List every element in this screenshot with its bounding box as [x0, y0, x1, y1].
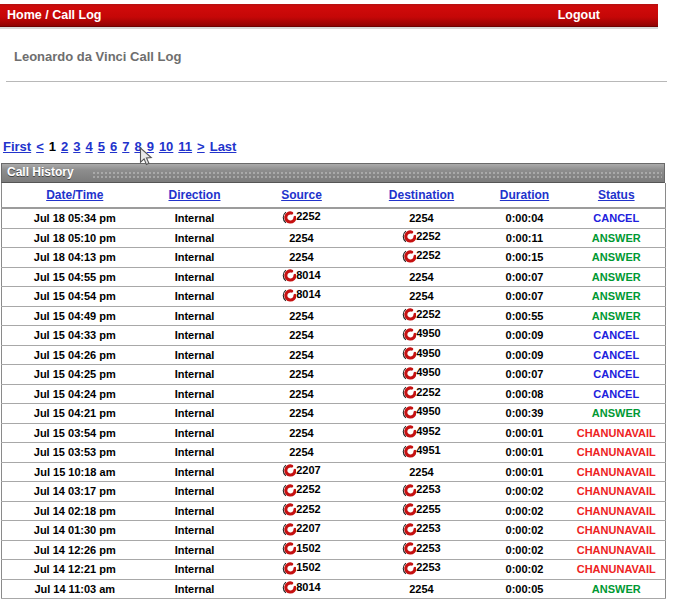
ringing-phone-icon: [282, 541, 296, 556]
pagination-page-link-4[interactable]: 4: [85, 139, 92, 154]
call-direction: Internal: [148, 345, 242, 365]
call-source: 8014: [242, 267, 362, 287]
column-header-status: Status: [568, 183, 666, 208]
call-duration: 0:00:09: [482, 326, 568, 346]
call-direction: Internal: [148, 228, 242, 248]
pagination-last-link[interactable]: Last: [210, 139, 237, 154]
column-header-source: Source: [242, 183, 362, 208]
call-source: 2254: [242, 384, 362, 404]
call-duration: 0:00:07: [482, 365, 568, 385]
call-duration: 0:00:02: [482, 521, 568, 541]
call-destination: 2253: [362, 521, 482, 541]
column-sort-link-4[interactable]: Duration: [500, 188, 549, 202]
pagination-page-link-9[interactable]: 9: [147, 139, 154, 154]
call-row: Jul 18 05:34 pmInternal225222540:00:04CA…: [2, 208, 666, 228]
call-destination-number: 2254: [409, 290, 433, 302]
call-source: 8014: [242, 287, 362, 307]
call-row: Jul 14 03:17 pmInternal225222530:00:02CH…: [2, 482, 666, 502]
call-datetime: Jul 14 03:17 pm: [2, 482, 148, 502]
call-row: Jul 14 02:18 pmInternal225222550:00:02CH…: [2, 501, 666, 521]
ringing-phone-icon: [282, 268, 296, 283]
column-sort-link-0[interactable]: Date/Time: [46, 188, 103, 202]
column-header-direction: Direction: [148, 183, 242, 208]
call-history-table: Date/TimeDirectionSourceDestinationDurat…: [1, 183, 666, 599]
call-row: Jul 15 04:49 pmInternal225422520:00:55AN…: [2, 306, 666, 326]
pagination-page-link-2[interactable]: 2: [61, 139, 68, 154]
call-duration: 0:00:07: [482, 287, 568, 307]
call-datetime: Jul 18 05:10 pm: [2, 228, 148, 248]
call-source-number: 2254: [289, 310, 313, 322]
call-datetime: Jul 14 11:03 am: [2, 579, 148, 599]
call-direction: Internal: [148, 208, 242, 228]
call-direction: Internal: [148, 326, 242, 346]
call-destination-number: 2253: [402, 483, 440, 496]
ringing-phone-icon: [402, 366, 416, 381]
pagination-page-link-10[interactable]: 10: [159, 139, 173, 154]
call-direction: Internal: [148, 482, 242, 502]
column-sort-link-5[interactable]: Status: [598, 188, 635, 202]
call-destination: 2254: [362, 462, 482, 482]
call-source: 2252: [242, 482, 362, 502]
call-destination: 2252: [362, 306, 482, 326]
call-destination: 2255: [362, 501, 482, 521]
call-source: 2254: [242, 345, 362, 365]
call-source-number: 2254: [289, 407, 313, 419]
call-datetime: Jul 15 03:54 pm: [2, 423, 148, 443]
call-status: ANSWER: [568, 228, 666, 248]
call-source: 2254: [242, 228, 362, 248]
call-direction: Internal: [148, 560, 242, 580]
call-duration: 0:00:09: [482, 345, 568, 365]
call-status: CANCEL: [568, 208, 666, 228]
breadcrumb[interactable]: Home / Call Log: [0, 8, 101, 22]
call-source: 2254: [242, 326, 362, 346]
call-status: ANSWER: [568, 306, 666, 326]
pagination-prev-link[interactable]: <: [36, 139, 44, 154]
call-direction: Internal: [148, 501, 242, 521]
logout-link[interactable]: Logout: [558, 8, 658, 22]
pagination-page-link-3[interactable]: 3: [73, 139, 80, 154]
pagination-page-link-11[interactable]: 11: [178, 139, 192, 154]
call-status: CANCEL: [568, 384, 666, 404]
call-row: Jul 15 04:24 pmInternal225422520:00:08CA…: [2, 384, 666, 404]
call-destination: 2254: [362, 579, 482, 599]
call-source: 2254: [242, 248, 362, 268]
call-duration: 0:00:07: [482, 267, 568, 287]
call-destination: 4950: [362, 345, 482, 365]
call-destination-number: 2253: [402, 522, 440, 535]
call-duration: 0:00:15: [482, 248, 568, 268]
call-log-page: Home / Call Log Logout Leonardo da Vinci…: [0, 0, 675, 600]
ringing-phone-icon: [402, 229, 416, 244]
call-destination-number: 2253: [402, 541, 440, 554]
call-source: 8014: [242, 579, 362, 599]
call-row: Jul 18 05:10 pmInternal225422520:00:11AN…: [2, 228, 666, 248]
call-duration: 0:00:04: [482, 208, 568, 228]
column-sort-link-3[interactable]: Destination: [389, 188, 454, 202]
call-datetime: Jul 14 02:18 pm: [2, 501, 148, 521]
call-destination: 2254: [362, 267, 482, 287]
pagination-first-link[interactable]: First: [3, 139, 31, 154]
pagination-page-link-6[interactable]: 6: [110, 139, 117, 154]
call-duration: 0:00:01: [482, 462, 568, 482]
call-datetime: Jul 18 04:13 pm: [2, 248, 148, 268]
ringing-phone-icon: [402, 346, 416, 361]
pagination-next-link[interactable]: >: [197, 139, 205, 154]
ringing-phone-icon: [282, 502, 296, 517]
call-source-number: 2252: [282, 210, 320, 223]
call-status: ANSWER: [568, 404, 666, 424]
call-status: CANCEL: [568, 345, 666, 365]
call-row: Jul 15 04:33 pmInternal225449500:00:09CA…: [2, 326, 666, 346]
call-destination-number: 4950: [402, 327, 440, 340]
ringing-phone-icon: [282, 483, 296, 498]
ringing-phone-icon: [282, 580, 296, 595]
column-sort-link-2[interactable]: Source: [281, 188, 322, 202]
call-source-number: 2207: [282, 522, 320, 535]
column-sort-link-1[interactable]: Direction: [168, 188, 220, 202]
pagination-page-link-7[interactable]: 7: [122, 139, 129, 154]
ringing-phone-icon: [402, 561, 416, 576]
call-status: CHANUNAVAIL: [568, 482, 666, 502]
call-direction: Internal: [148, 248, 242, 268]
pagination-page-link-5[interactable]: 5: [98, 139, 105, 154]
pagination-page-link-8[interactable]: 8: [134, 139, 141, 154]
call-source-number: 2254: [289, 251, 313, 263]
call-row: Jul 14 12:26 pmInternal150222530:00:02CH…: [2, 540, 666, 560]
